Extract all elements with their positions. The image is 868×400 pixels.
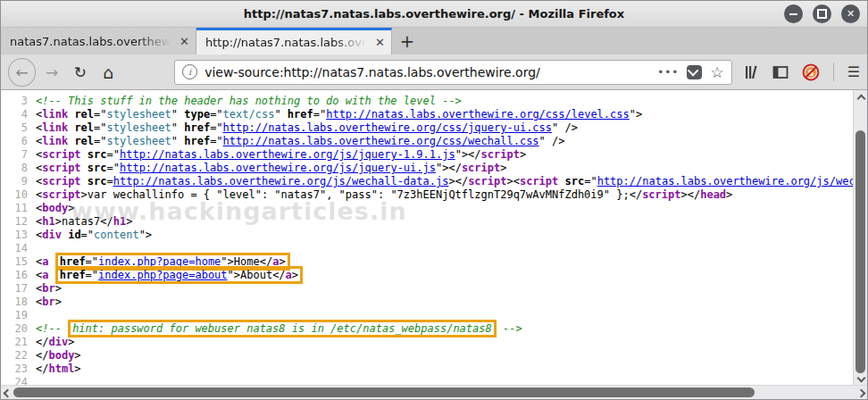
- source-link[interactable]: http://natas.labs.overthewire.org/css/le…: [326, 108, 630, 121]
- source-token: =": [210, 108, 222, 121]
- source-token: [81, 162, 88, 174]
- source-token: "></: [436, 162, 462, 174]
- tab-close-icon[interactable]: ✕: [179, 36, 189, 47]
- source-token: ><: [506, 175, 519, 188]
- source-link[interactable]: http://natas.labs.overthewire.org/js/jqu…: [120, 162, 436, 174]
- forward-button[interactable]: →: [41, 60, 63, 85]
- line-number: 6: [1, 135, 36, 148]
- source-token: >: [500, 162, 506, 174]
- source-link[interactable]: http://natas.labs.overthewire.org/css/we…: [223, 135, 539, 147]
- line-number: 19: [1, 309, 36, 322]
- source-token: >: [68, 336, 74, 348]
- source-token: script: [520, 175, 558, 188]
- scroll-up-icon[interactable]: [857, 95, 866, 104]
- source-link[interactable]: index.php?page=home: [98, 255, 221, 268]
- source-token: ": [171, 121, 184, 134]
- source-token: </: [36, 336, 48, 348]
- source-link[interactable]: index.php?page=about: [98, 269, 228, 281]
- url-text[interactable]: view-source:http://natas7.natas.labs.ove…: [204, 65, 649, 79]
- source-token: div: [48, 336, 68, 348]
- source-line: 16<a href="index.php?page=about">About</…: [1, 269, 855, 282]
- line-number: 21: [1, 336, 36, 349]
- minimize-icon: [789, 13, 797, 15]
- noscript-extension-icon[interactable]: S: [802, 63, 820, 81]
- window-title: http://natas7.natas.labs.overthewire.org…: [244, 7, 624, 21]
- source-token: div: [42, 229, 62, 241]
- new-tab-button[interactable]: +: [392, 28, 422, 54]
- source-link[interactable]: http://natas.labs.overthewire.org/js/wec…: [113, 175, 449, 188]
- source-link[interactable]: http://natas.labs.overthewire.org/js/wec…: [597, 175, 855, 188]
- source-token: >: [726, 188, 732, 201]
- vertical-scrollbar[interactable]: [853, 90, 867, 387]
- source-token: =": [86, 255, 98, 268]
- source-token: -->: [497, 322, 522, 335]
- maximize-button[interactable]: [813, 4, 831, 23]
- source-token: ">Home</: [221, 255, 272, 268]
- source-token: >var wechallinfo = { "level": "natas7", …: [81, 188, 643, 201]
- close-button[interactable]: ✕: [841, 4, 860, 23]
- source-token: ": [171, 108, 184, 121]
- source-token: href: [60, 255, 86, 268]
- source-token: script: [468, 175, 506, 188]
- bookmark-star-icon[interactable]: ☆: [710, 63, 723, 81]
- source-token: link: [42, 121, 68, 134]
- source-line: 20<!-- hint: password for webuser natas8…: [1, 322, 855, 336]
- source-token: >: [74, 349, 80, 362]
- reload-button[interactable]: ↻: [70, 60, 91, 85]
- source-token: [81, 148, 88, 161]
- source-line: 15<a href="index.php?page=home">Home</a>: [1, 255, 855, 269]
- source-token: >: [292, 269, 298, 281]
- source-link[interactable]: http://natas.labs.overthewire.org/js/jqu…: [120, 148, 455, 161]
- library-icon[interactable]: [743, 64, 759, 80]
- source-token: <!-- This stuff in the header has nothin…: [36, 95, 462, 107]
- source-token: script: [642, 188, 680, 201]
- source-line: 10<script>var wechallinfo = { "level": "…: [1, 188, 855, 202]
- source-token: >: [126, 215, 132, 228]
- close-icon: ✕: [847, 9, 855, 19]
- source-token: br: [42, 296, 54, 308]
- menu-icon[interactable]: ☰: [847, 63, 860, 80]
- source-token: href: [184, 121, 210, 134]
- tab-close-icon[interactable]: ✕: [375, 37, 385, 48]
- source-token: script: [42, 175, 80, 188]
- forward-icon: →: [46, 63, 58, 81]
- source-token: ">: [139, 229, 152, 241]
- line-number: 22: [1, 349, 36, 362]
- back-button[interactable]: ←: [8, 58, 36, 87]
- source-link[interactable]: http://natas.labs.overthewire.org/css/jq…: [223, 121, 552, 134]
- horizontal-scrollbar-thumb[interactable]: [13, 388, 755, 397]
- minimize-button[interactable]: [784, 4, 803, 23]
- vertical-scrollbar-thumb[interactable]: [855, 130, 865, 373]
- source-token: src: [88, 175, 107, 188]
- line-number: 11: [1, 202, 36, 215]
- horizontal-scrollbar[interactable]: [1, 385, 868, 399]
- source-token: >: [55, 296, 62, 308]
- pocket-icon[interactable]: [687, 65, 702, 79]
- line-number: 14: [1, 242, 36, 255]
- source-token: a: [286, 269, 292, 281]
- line-number: 5: [1, 121, 36, 135]
- maximize-icon: [817, 9, 827, 19]
- page-actions-icon[interactable]: •••: [657, 66, 679, 79]
- tab-label: natas7.natas.labs.overthewi: [10, 35, 174, 48]
- source-token: script: [42, 162, 80, 174]
- scroll-left-icon[interactable]: [4, 389, 13, 398]
- tab-bar: natas7.natas.labs.overthewi ✕ http://nat…: [1, 28, 867, 54]
- url-bar[interactable]: i view-source:http://natas7.natas.labs.o…: [174, 60, 732, 85]
- scroll-right-icon[interactable]: [857, 389, 866, 398]
- line-code: <a href="index.php?page=home">Home</a>: [36, 255, 290, 269]
- home-button[interactable]: ⌂: [98, 60, 120, 85]
- tab-natas7-page[interactable]: natas7.natas.labs.overthewi ✕: [1, 28, 196, 54]
- line-number: 10: [1, 188, 36, 202]
- scroll-down-icon[interactable]: [857, 374, 866, 383]
- line-code: <!-- hint: password for webuser natas8 i…: [36, 322, 522, 336]
- line-code: </html>: [36, 362, 81, 376]
- line-number: 15: [1, 255, 36, 269]
- source-token: body: [48, 349, 74, 362]
- line-code: <br>: [36, 296, 62, 309]
- tab-view-source[interactable]: http://natas7.natas.labs.ove ✕: [196, 28, 392, 54]
- sidebar-icon[interactable]: [772, 64, 789, 80]
- site-info-icon[interactable]: i: [182, 64, 197, 79]
- line-code: <script src="http://natas.labs.overthewi…: [36, 162, 506, 175]
- source-token: h1: [113, 215, 126, 228]
